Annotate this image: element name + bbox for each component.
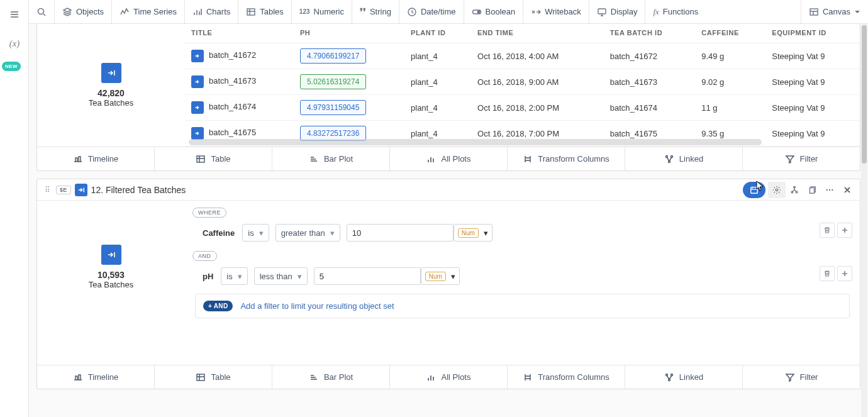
- column-header[interactable]: PH: [294, 24, 404, 43]
- column-header[interactable]: PLANT ID: [404, 24, 471, 43]
- chevron-down-icon: ▾: [238, 272, 242, 281]
- canvas-button[interactable]: Canvas: [801, 0, 868, 23]
- add-condition-button[interactable]: [837, 266, 852, 281]
- toolbar: Objects Time Series Charts Tables 123 Nu…: [29, 0, 868, 24]
- table-icon: [196, 154, 206, 164]
- tab-timeline[interactable]: Timeline: [37, 365, 155, 389]
- cell: plant_4: [404, 43, 471, 69]
- cell: plant_4: [404, 95, 471, 121]
- results-count: 42,820: [97, 88, 125, 98]
- and-chip: AND: [192, 251, 217, 261]
- boolean-button[interactable]: Boolean: [464, 0, 524, 23]
- ph-value-pill[interactable]: 4.79066199217: [300, 48, 366, 64]
- tab-transform[interactable]: Transform Columns: [508, 365, 625, 389]
- tab-table[interactable]: Table: [155, 147, 272, 170]
- vertical-scrollbar-thumb[interactable]: [862, 25, 867, 164]
- search-button[interactable]: [29, 0, 55, 23]
- tab-linked[interactable]: Linked: [625, 365, 743, 389]
- objects-button[interactable]: Objects: [55, 0, 112, 23]
- filter-op2-select[interactable]: less than▾: [254, 267, 308, 285]
- table-row[interactable]: batch_416735.02616319274plant_4Oct 16, 2…: [185, 69, 860, 95]
- object-type-icon: [101, 63, 121, 83]
- more-button[interactable]: [821, 182, 838, 198]
- clock-icon: [407, 7, 417, 17]
- quote-icon: ❜❜: [360, 6, 366, 18]
- filter-type-select[interactable]: Num▾: [421, 267, 460, 285]
- filter-value-input[interactable]: [314, 267, 421, 285]
- column-header[interactable]: TITLE: [185, 24, 294, 43]
- svg-rect-7: [197, 156, 204, 162]
- time-series-button[interactable]: Time Series: [112, 0, 185, 23]
- filter-value-input[interactable]: [347, 224, 453, 242]
- cell: Steeping Vat 9: [765, 95, 860, 121]
- horizontal-scrollbar[interactable]: [189, 139, 762, 145]
- filter-editor: WHERE Caffeine is▾ greater than▾ Num▾ AN…: [185, 201, 860, 333]
- results-label: Tea Batches: [89, 98, 134, 108]
- filter-label: Tea Batches: [89, 280, 134, 289]
- tab-table[interactable]: Table: [155, 365, 272, 389]
- delete-condition-button[interactable]: [820, 223, 835, 238]
- svg-point-12: [776, 189, 778, 191]
- numeric-button[interactable]: 123 Numeric: [292, 0, 352, 23]
- writeback-button[interactable]: Writeback: [523, 0, 589, 23]
- tab-timeline[interactable]: Timeline: [37, 147, 155, 170]
- column-header[interactable]: CAFFEINE: [695, 24, 765, 43]
- cell: Oct 16, 2018, 2:00 PM: [471, 95, 604, 121]
- label: Numeric: [314, 7, 344, 16]
- tree-button[interactable]: [786, 182, 803, 198]
- delete-condition-button[interactable]: [820, 266, 835, 281]
- close-button[interactable]: [838, 182, 856, 198]
- string-button[interactable]: ❜❜ String: [352, 0, 399, 23]
- filter-op1-select[interactable]: is▾: [242, 224, 269, 242]
- tab-linked[interactable]: Linked: [625, 147, 743, 170]
- table-row[interactable]: batch_416744.97931159045plant_4Oct 16, 2…: [185, 95, 860, 121]
- calendar-button[interactable]: [743, 182, 765, 198]
- ph-value-pill[interactable]: 4.97931159045: [300, 100, 366, 115]
- timeline-icon: [73, 372, 83, 382]
- table-row[interactable]: batch_416724.79066199217plant_4Oct 16, 2…: [185, 43, 860, 69]
- ph-value-pill[interactable]: 5.02616319274: [300, 74, 366, 89]
- chevron-down-icon: ▾: [451, 272, 455, 281]
- svg-point-19: [832, 189, 833, 191]
- display-button[interactable]: Display: [589, 0, 646, 23]
- tab-filter[interactable]: Filter: [743, 365, 860, 389]
- cell: 11 g: [695, 95, 765, 121]
- drag-handle-icon[interactable]: ⠿: [42, 186, 53, 194]
- transform-icon: [523, 154, 533, 164]
- filter-tabbar: Timeline Table Bar Plot All Plots Transf…: [37, 365, 860, 389]
- tab-transform[interactable]: Transform Columns: [508, 147, 625, 170]
- menu-button[interactable]: [0, 0, 29, 29]
- column-header[interactable]: EQUIPMENT ID: [765, 24, 860, 43]
- add-condition-button[interactable]: [837, 223, 852, 238]
- object-type-icon: [75, 184, 87, 196]
- settings-button[interactable]: [768, 182, 786, 198]
- tab-all-plots[interactable]: All Plots: [390, 147, 508, 170]
- tab-bar-plot[interactable]: Bar Plot: [272, 365, 390, 389]
- tab-filter[interactable]: Filter: [743, 147, 860, 170]
- svg-point-4: [477, 11, 480, 13]
- charts-button[interactable]: Charts: [185, 0, 238, 23]
- toggle-icon: [472, 7, 482, 17]
- add-filter-box[interactable]: + AND Add a filter to limit your resulti…: [195, 294, 850, 318]
- tab-bar-plot[interactable]: Bar Plot: [272, 147, 390, 170]
- cell: batch_41673: [604, 69, 695, 95]
- functions-button[interactable]: fx Functions: [645, 0, 706, 23]
- datetime-button[interactable]: Date/time: [399, 0, 464, 23]
- cell: Oct 16, 2018, 4:00 AM: [471, 43, 604, 69]
- copy-button[interactable]: [803, 182, 821, 198]
- linked-icon: [664, 154, 674, 164]
- tables-button[interactable]: Tables: [238, 0, 292, 23]
- filter-type-select[interactable]: Num▾: [453, 224, 492, 242]
- fx-icon: fx: [653, 7, 659, 17]
- filter-panel-actions: [743, 182, 856, 198]
- filter-op1-select[interactable]: is▾: [221, 267, 247, 285]
- variables-button[interactable]: (x): [0, 29, 29, 58]
- svg-point-0: [38, 8, 44, 14]
- expression-badge: $E: [56, 186, 71, 194]
- tab-all-plots[interactable]: All Plots: [390, 365, 508, 389]
- column-header[interactable]: TEA BATCH ID: [604, 24, 695, 43]
- column-header[interactable]: END TIME: [471, 24, 604, 43]
- filter-op2-select[interactable]: greater than▾: [275, 224, 340, 242]
- cell: Steeping Vat 9: [765, 121, 860, 147]
- vertical-scrollbar-track[interactable]: [861, 24, 867, 417]
